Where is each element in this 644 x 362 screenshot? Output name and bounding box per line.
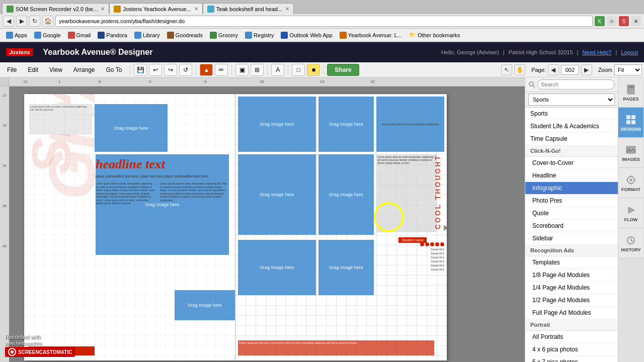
tab-1-close[interactable]: ✕ [101, 6, 105, 12]
text-button[interactable]: A [271, 64, 284, 76]
save-button[interactable]: 💾 [134, 64, 147, 76]
redo2-button[interactable]: ↺ [179, 64, 192, 76]
blue-box-rt1[interactable]: Drag Image here [238, 97, 316, 152]
body-text-left: Lorem ipsum dolor sit amet, consectetur … [96, 182, 156, 313]
menu-goto[interactable]: Go To [101, 64, 127, 75]
share-button[interactable]: Share [327, 64, 359, 76]
star-icon[interactable]: ☆ [607, 16, 617, 26]
screencast-app-name: SCREENCASTOMATIC [18, 349, 72, 355]
address-input[interactable] [55, 16, 593, 27]
dropdown-4x6[interactable]: 4 x 6 pica photos [525, 343, 618, 356]
dropdown-cover-to-cover[interactable]: Cover-to-Cover [525, 157, 618, 169]
dropdown-scoreboard[interactable]: Scoreboard [525, 220, 618, 232]
dropdown-14-page[interactable]: 1/4 Page Ad Modules [525, 282, 618, 294]
bookmark-google[interactable]: Google [31, 31, 63, 40]
recording-site: www.heritagechris [5, 341, 75, 346]
bookmark-registry[interactable]: Registry [242, 31, 277, 40]
designs-icon-btn[interactable]: DESIGNS [618, 108, 643, 138]
group-button[interactable]: ▣ [235, 64, 249, 76]
redo-button[interactable]: ↪ [164, 64, 177, 76]
format-label: FORMAT [621, 187, 640, 192]
blue-box-topleft[interactable]: Drag Image here [95, 104, 168, 152]
dropdown-all-portraits[interactable]: All Portraits [525, 331, 618, 343]
bookmark-goodreads[interactable]: Goodreads [164, 31, 206, 40]
ruler-corner [0, 77, 9, 86]
svg-text:12: 12 [3, 94, 7, 97]
dropdown-sports[interactable]: Sports [525, 108, 618, 120]
bookmark-yearbook[interactable]: Yearbook Avenue: L... [337, 31, 405, 40]
menu-arrange[interactable]: Arrange [68, 64, 100, 75]
tab-1[interactable]: SOM Screen Recorder v2.0 (be... ✕ [2, 3, 109, 14]
tab-2-close[interactable]: ✕ [194, 6, 198, 12]
blue-box-rm2[interactable]: Drag Image here [318, 154, 374, 235]
back-button[interactable]: ◀ [3, 16, 14, 27]
color-button[interactable]: ▲ [200, 64, 213, 76]
blue-box-rm1[interactable]: Drag Image here [238, 154, 316, 235]
zoom-label: Zoom [598, 67, 612, 73]
designs-icon [625, 114, 637, 126]
dropdown-time-capsule[interactable]: Time Capsule [525, 133, 618, 145]
dropdown-5x7[interactable]: 5 x 7 pica photos [525, 356, 618, 362]
next-page-button[interactable]: ▶ [581, 64, 592, 75]
home-button[interactable]: 🏠 [42, 16, 53, 27]
extension-icon-1[interactable]: K [595, 16, 605, 26]
category-select[interactable]: Sports Student Life & Academics Time Cap… [528, 94, 615, 106]
bookmark-apps[interactable]: Apps [3, 31, 30, 40]
tab-bar: SOM Screen Recorder v2.0 (be... ✕ Josten… [0, 0, 644, 14]
svg-text:0: 0 [149, 79, 151, 84]
extension-icon-2[interactable]: S [619, 16, 629, 26]
dropdown-sidebar[interactable]: Sidebar [525, 232, 618, 245]
prev-page-button[interactable]: ◀ [548, 64, 559, 75]
undo-button[interactable]: ↩ [149, 64, 162, 76]
dropdown-student-life[interactable]: Student Life & Academics [525, 120, 618, 133]
menu-edit[interactable]: Edit [23, 64, 43, 75]
tab-3[interactable]: Teak bookshelf and head... ✕ [203, 3, 294, 14]
cursor-tool[interactable]: ↖ [501, 64, 512, 75]
rect-button[interactable]: □ [292, 64, 305, 76]
bookmark-grocery[interactable]: Grocery [207, 31, 241, 40]
images-icon-btn[interactable]: IMAGES [618, 138, 643, 168]
dropdown-quote[interactable]: Quote [525, 207, 618, 220]
zoom-select[interactable]: Fit 50% 75% 100% 150% [614, 64, 642, 75]
bookmark-pandora[interactable]: Pandora [95, 31, 130, 40]
dropdown-full-page[interactable]: Full Page Ad Modules [525, 307, 618, 319]
dropdown-infographic[interactable]: Infographic [525, 182, 618, 195]
forward-button[interactable]: ▶ [16, 16, 27, 27]
dropdown-18-page[interactable]: 1/8 Page Ad Modules [525, 269, 618, 282]
logout-link[interactable]: Logout [621, 49, 638, 55]
dropdown-12-page[interactable]: 1/2 Page Ad Modules [525, 294, 618, 307]
svg-text:8: 8 [204, 79, 207, 84]
canvas-area[interactable]: SLAM GRAND Drag Image here Lorem ipsum d… [9, 86, 525, 362]
bookmark-library[interactable]: Library [131, 31, 163, 40]
blue-box-rt2[interactable]: Drag Image here [318, 97, 374, 152]
reload-button[interactable]: ↻ [29, 16, 40, 27]
bookmark-other[interactable]: 📁 Other bookmarks [406, 31, 463, 39]
bookmark-gmail[interactable]: Gmail [65, 31, 94, 40]
tab-2[interactable]: Jostens Yearbook Avenue... ✕ [109, 3, 203, 14]
pages-icon-btn[interactable]: PAGES [618, 77, 643, 108]
blue-box-rt3[interactable]: Lorem ipsum dolor sit amet, consectetur … [376, 97, 444, 152]
score-list: School 00-0School 00-0School 00-0School … [431, 247, 444, 272]
ungroup-button[interactable]: ⊞ [251, 64, 264, 76]
history-icon-btn[interactable]: HISTORY [618, 228, 643, 258]
menu-view[interactable]: View [44, 64, 67, 75]
tab-3-close[interactable]: ✕ [285, 6, 289, 12]
dropdown-templates[interactable]: Templates [525, 256, 618, 269]
svg-text:48: 48 [3, 244, 7, 248]
help-link[interactable]: Need Help? [582, 49, 611, 55]
flow-icon-btn[interactable]: FLOW [618, 198, 643, 228]
format-icon-btn[interactable]: FORMAT [618, 168, 643, 198]
page-number-input[interactable] [561, 65, 579, 75]
blue-box-rb2[interactable]: Drag Image here [318, 240, 374, 295]
panel-search-input[interactable] [537, 79, 615, 89]
fill-button[interactable]: ■ [307, 64, 320, 76]
bookmark-outlook[interactable]: Outlook Web App [278, 31, 335, 40]
dropdown-headline[interactable]: Headline [525, 169, 618, 182]
page-arrow[interactable]: ▶ [444, 223, 447, 231]
pencil-button[interactable]: ✏ [215, 64, 228, 76]
menu-file[interactable]: File [2, 64, 22, 75]
menu-icon[interactable]: ≡ [631, 16, 641, 26]
hand-tool[interactable]: ✋ [514, 64, 525, 75]
dropdown-photo-pres[interactable]: Photo Pres [525, 195, 618, 207]
blue-box-rb1[interactable]: Drag Image here [238, 240, 316, 295]
